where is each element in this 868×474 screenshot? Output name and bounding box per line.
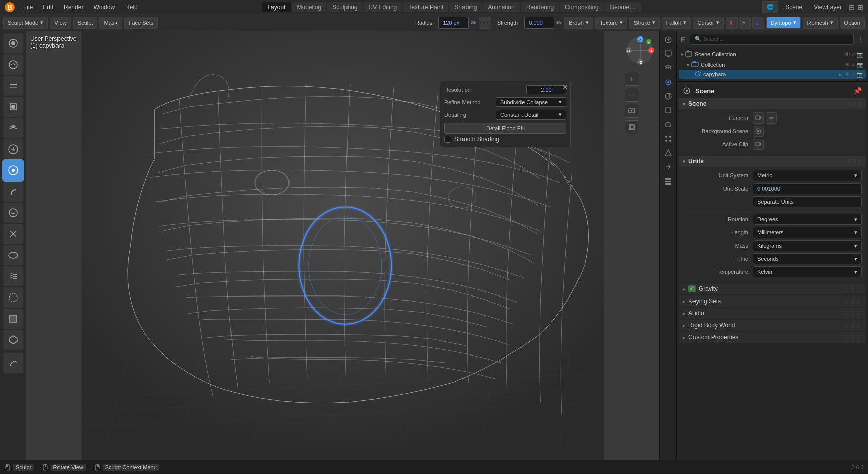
units-section-header[interactable]: Units ⋮⋮⋮ (679, 156, 866, 167)
mass-value[interactable]: Kilograms (753, 240, 862, 251)
particles-icon[interactable] (662, 132, 675, 145)
strength-value[interactable]: 0.000 (524, 17, 554, 29)
scene-section-header[interactable]: Scene ⋮⋮⋮ (679, 98, 866, 109)
menu-window[interactable]: Window (89, 3, 119, 12)
workspace-uv-editing[interactable]: UV Editing (364, 2, 402, 12)
popup-close-btn[interactable]: ✕ (562, 83, 568, 91)
workspace-layout[interactable]: Layout (262, 2, 291, 12)
flood-fill-btn[interactable]: Detail Flood Fill (444, 123, 566, 134)
workspace-rendering[interactable]: Rendering (521, 2, 559, 12)
tool-mask[interactable] (3, 309, 23, 329)
viewlayer-name[interactable]: ViewLayer (809, 3, 846, 12)
gravity-dots[interactable]: ⋮⋮⋮ (844, 285, 862, 292)
cursor-selector[interactable]: Cursor (693, 17, 724, 29)
filter-funnel-icon[interactable]: ⊟ (681, 36, 686, 43)
active-clip-icon[interactable] (753, 139, 764, 150)
3d-viewport[interactable]: User Perspective (1) capybara ✕ Resoluti… (26, 31, 659, 460)
tool-face-set[interactable] (3, 330, 23, 350)
gravity-checkbox[interactable]: ✓ (688, 285, 696, 292)
visibility-toggle[interactable]: 👁 (845, 51, 850, 58)
tree-collection[interactable]: ▾ Collection 👁 ✓ 📷 (679, 60, 866, 70)
unit-system-value[interactable]: Metric (753, 170, 862, 181)
tool-inflate[interactable] (3, 139, 23, 159)
panel-pin-icon[interactable]: 📌 (853, 87, 862, 95)
physics-icon[interactable] (662, 146, 675, 159)
rigid-body-dots[interactable]: ⋮⋮⋮ (844, 322, 862, 329)
tree-scene-collection[interactable]: ▾ Scene Collection 👁 ✓ 📷 (679, 49, 866, 60)
mask-menu[interactable]: Mask (99, 17, 122, 29)
select-toggle[interactable]: ✓ (851, 51, 856, 58)
engine-selector[interactable]: 🌐 (762, 1, 778, 13)
coll-select[interactable]: ✓ (851, 62, 856, 68)
time-value[interactable]: Seconds (753, 253, 862, 264)
sculpt-menu[interactable]: Sculpt (73, 17, 98, 29)
bg-scene-icon[interactable] (753, 126, 764, 137)
scene-props-icon[interactable] (662, 76, 675, 89)
menu-file[interactable]: File (19, 3, 37, 12)
cap-select[interactable]: ✓ (851, 71, 856, 78)
menu-help[interactable]: Help (121, 3, 142, 12)
cap-visibility[interactable]: 👁 (845, 71, 850, 78)
workspace-geometry[interactable]: Geomet... (605, 2, 642, 12)
world-props-icon[interactable] (662, 90, 675, 103)
keying-section[interactable]: Keying Sets ⋮⋮⋮ (679, 295, 866, 307)
outliner-search[interactable]: 🔍 Search... (690, 34, 854, 45)
length-value[interactable]: Millimeters (753, 227, 862, 238)
tool-smooth[interactable] (3, 54, 23, 75)
tool-pinch[interactable] (3, 224, 23, 244)
render-props-icon[interactable] (662, 33, 675, 46)
render-toggle[interactable]: 📷 (857, 51, 864, 58)
constraints-icon[interactable] (662, 160, 675, 173)
view-layer-icon[interactable] (662, 62, 675, 75)
radius-add[interactable]: + (479, 17, 491, 29)
gravity-section[interactable]: ✓ Gravity ⋮⋮⋮ (679, 283, 866, 294)
axis-z[interactable]: Z (752, 17, 764, 29)
custom-props-dots[interactable]: ⋮⋮⋮ (844, 334, 862, 341)
radius-value[interactable]: 120 px (438, 17, 469, 29)
smooth-shading-checkbox[interactable] (444, 136, 451, 143)
scene-name[interactable]: Scene (781, 3, 806, 12)
brush-selector[interactable]: Brush (564, 17, 593, 29)
texture-selector[interactable]: Texture (595, 17, 627, 29)
refine-value[interactable]: Subdivide Collapse (496, 97, 566, 107)
units-dots[interactable]: ⋮⋮⋮ (847, 159, 862, 164)
zoom-in-btn[interactable]: + (625, 72, 639, 86)
object-props-icon[interactable] (662, 104, 675, 117)
tool-scrape[interactable] (3, 76, 23, 96)
separate-units-btn[interactable]: Separate Units (753, 196, 862, 207)
coll-visibility[interactable]: 👁 (845, 62, 850, 68)
rotation-value[interactable]: Degrees (753, 214, 862, 225)
axis-y[interactable]: Y (739, 17, 751, 29)
output-props-icon[interactable] (662, 47, 675, 61)
tool-grab[interactable] (3, 160, 23, 181)
unit-scale-value[interactable]: 0.001000 (753, 183, 862, 194)
detailing-value[interactable]: Constant Detail (496, 110, 566, 120)
keying-dots[interactable]: ⋮⋮⋮ (844, 298, 862, 305)
custom-props-section[interactable]: Custom Properties ⋮⋮⋮ (679, 332, 866, 343)
scene-dots[interactable]: ⋮⋮⋮ (847, 101, 862, 107)
tool-fill[interactable] (3, 97, 23, 117)
audio-section[interactable]: Audio ⋮⋮⋮ (679, 308, 866, 319)
tool-thumb[interactable] (3, 203, 23, 223)
camera-edit-icon[interactable]: ✏ (766, 112, 777, 124)
tool-layer[interactable] (3, 118, 23, 138)
workspace-sculpting[interactable]: Sculpting (327, 2, 362, 12)
temperature-value[interactable]: Kelvin (753, 266, 862, 277)
menu-edit[interactable]: Edit (39, 3, 57, 12)
cap-render[interactable]: 📷 (857, 71, 864, 78)
stroke-selector[interactable]: Stroke (629, 17, 660, 29)
tool-simplify[interactable] (3, 287, 23, 308)
modifier-props-icon[interactable] (662, 118, 675, 131)
zoom-out-btn[interactable]: − (625, 88, 639, 102)
view-menu[interactable]: View (50, 17, 71, 29)
falloff-selector[interactable]: Falloff (662, 17, 691, 29)
camera-view-btn[interactable] (625, 104, 639, 118)
workspace-texture-paint[interactable]: Texture Paint (403, 2, 448, 12)
audio-dots[interactable]: ⋮⋮⋮ (844, 310, 862, 317)
mode-selector[interactable]: Sculpt Mode (3, 17, 48, 29)
tool-snake-hook[interactable] (3, 182, 23, 202)
face-sets-menu[interactable]: Face Sets (124, 17, 158, 29)
workspace-compositing[interactable]: Compositing (560, 2, 604, 12)
dyntopo-btn[interactable]: Dyntopo (766, 17, 801, 29)
rigid-body-section[interactable]: Rigid Body World ⋮⋮⋮ (679, 320, 866, 331)
